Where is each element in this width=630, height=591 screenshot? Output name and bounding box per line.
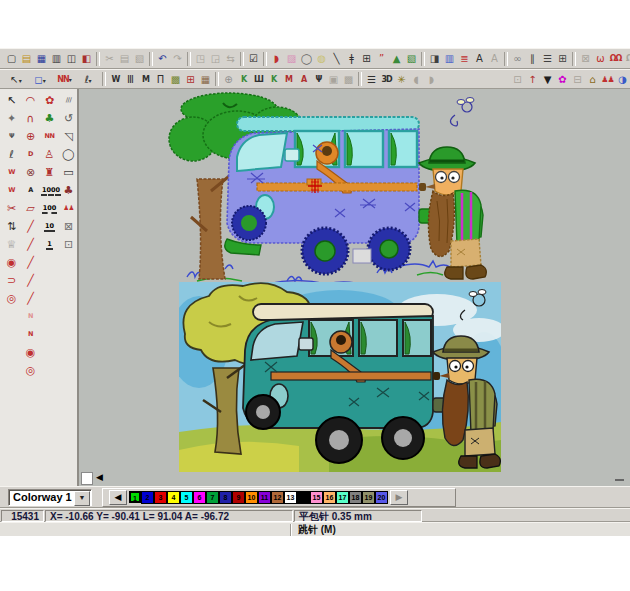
print-preview-button[interactable]: ◫ [64,51,79,66]
color-swatch-10[interactable]: 10 [245,491,258,504]
grid-pen-tool-button[interactable]: ⊡ [59,235,78,253]
ellipse-tool-button[interactable]: ◯ [59,145,78,163]
bitmap-tool-button[interactable]: ◨ [427,51,442,66]
color-swatch-17[interactable]: 17 [336,491,349,504]
k-stitch-1-button[interactable]: K [236,72,251,87]
tatami-pattern-button[interactable]: ▩ [168,72,183,87]
manual-stitch-tool-button[interactable]: NN [40,127,59,145]
color-swatch-14[interactable]: 14 [297,491,310,504]
w-ok-tool-button[interactable]: W [2,181,21,199]
image-fill-tool-button[interactable]: ▧ [404,51,419,66]
swap-tool-button[interactable]: ⇅ [2,217,21,235]
column-grid-tool-button[interactable]: ▥ [442,51,457,66]
color-swatch-8[interactable]: 8 [219,491,232,504]
people-red-button[interactable]: ♟♟ [600,72,615,87]
design-canvas[interactable]: ◀ [79,89,630,486]
scale-1-button[interactable]: 1 [40,235,59,253]
omega-plus-button[interactable]: Ω⁺ [623,51,630,66]
dome-nodes-tool-button[interactable]: ∩ [21,109,40,127]
lips-tool-button[interactable]: ◉ [2,253,21,271]
stitch-line-3-button[interactable]: ╱ [21,253,40,271]
circle-hatch-button[interactable]: ⊕ [221,72,236,87]
redo-button[interactable]: ↷ [170,51,185,66]
a-red-stitch-button[interactable]: A [296,72,311,87]
n-bold-tool-button[interactable]: N [21,325,40,343]
red-grid-stitch-button[interactable]: ⊞ [183,72,198,87]
zigzag-w-stitch-button[interactable]: W [108,72,123,87]
k-stitch-2-button[interactable]: K [266,72,281,87]
palette-next-button[interactable]: ▶ [390,490,408,505]
circle-node-tool-button[interactable]: ⊕ [21,127,40,145]
tree-tool-button[interactable]: ♣ [40,109,59,127]
new-button[interactable]: ▢ [4,51,19,66]
e-stitch-button[interactable]: Π [153,72,168,87]
satin-tool-button[interactable]: ◗ [269,51,284,66]
colorway-flower-tool-button[interactable]: ✿ [40,91,59,109]
flower-magenta-button[interactable]: ✿ [555,72,570,87]
m-red-stitch-button[interactable]: M [281,72,296,87]
pointer-tool-button[interactable]: ↖ [2,91,21,109]
gray-pattern-stitch-button[interactable]: ▩ [341,72,356,87]
w-red-tool-button[interactable]: W [2,163,21,181]
figures-red-tool-button[interactable]: ♟♟ [59,199,78,217]
color-swatch-12[interactable]: 12 [271,491,284,504]
print-button[interactable]: ▥ [49,51,64,66]
ring-bold-tool-button[interactable]: ◎ [2,289,21,307]
color-swatch-5[interactable]: 5 [180,491,193,504]
color-swatch-4[interactable]: 4 [167,491,180,504]
scan-import-button[interactable]: ◧ [79,51,94,66]
paste-button[interactable]: ▧ [132,51,147,66]
scale-100-button[interactable]: 100 [40,199,59,217]
rings-pair-tool-button[interactable]: ◉ [21,343,40,361]
line-tool-button[interactable]: ╲ [329,51,344,66]
presser-foot-tool-button[interactable]: ♜ [40,163,59,181]
slant-lines-tool-button[interactable]: /// [59,91,78,109]
contrast-blue-button[interactable]: ◑ [615,72,630,87]
color-swatch-2[interactable]: 2 [141,491,154,504]
crown-tool-button[interactable]: ♕ [2,235,21,253]
stitch-line-4-button[interactable]: ╱ [21,271,40,289]
density-tool-button[interactable]: D [21,145,40,163]
weave-stitch-button[interactable]: ▦ [198,72,213,87]
stitch-line-2-button[interactable]: ╱ [21,235,40,253]
reshape-nodes-tool-button[interactable]: ◠ [21,91,40,109]
zigzag-m-stitch-button[interactable]: M [138,72,153,87]
grid-tool-button[interactable]: ⊞ [359,51,374,66]
node-select-button[interactable]: ◻▾ [28,72,52,87]
letter-gray-tool-button[interactable]: A [487,51,502,66]
refresh-link-button[interactable]: ⇆ [223,51,238,66]
transform-b-button[interactable]: ◲ [208,51,223,66]
sha-stitch-button[interactable]: Ш [251,72,266,87]
chain-rings-button[interactable]: ∞ [510,51,525,66]
embroidery-design[interactable] [167,91,489,287]
undo-button[interactable]: ↶ [155,51,170,66]
nn-select-button[interactable]: NN▾ [52,72,76,87]
color-swatch-3[interactable]: 3 [154,491,167,504]
hoop-tool-button[interactable]: ▱ [21,199,40,217]
machine-red-button[interactable]: ω [593,51,608,66]
ring-target-tool-button[interactable]: ◎ [21,361,40,379]
n-outline-tool-button[interactable]: N [21,307,40,325]
sprinkle-tool-button[interactable]: ✳ [394,72,409,87]
hscroll-left-arrow[interactable]: ◀ [96,472,103,482]
open-button[interactable]: ▤ [19,51,34,66]
color-swatch-18[interactable]: 18 [349,491,362,504]
stitch-line-5-button[interactable]: ╱ [21,289,40,307]
artwork-image[interactable] [179,282,501,472]
transform-a-button[interactable]: ◳ [193,51,208,66]
gray-box-stitch-button[interactable]: ▣ [326,72,341,87]
pen-input-button[interactable]: ℓ▾ [76,72,100,87]
dense-bars-button[interactable]: ☰ [540,51,555,66]
gray-pattern-button[interactable]: ⊠ [578,51,593,66]
graph-tool-button[interactable]: ▲ [389,51,404,66]
pointer-select-button[interactable]: ↖▾ [4,72,28,87]
flip-tool-button[interactable]: ◹ [59,127,78,145]
vertical-line-stitch-button[interactable]: Ⅲ [123,72,138,87]
copy-button[interactable]: ▤ [117,51,132,66]
lettering-tool-button[interactable]: A [21,181,40,199]
needle-up-red-button[interactable]: ↑ [525,72,540,87]
pair-red-button[interactable]: ΩΩ [608,51,623,66]
scale-1000-button[interactable]: 1000 [40,181,59,199]
outline-ellipse-tool-button[interactable]: ◯ [299,51,314,66]
oval-gray-2-button[interactable]: ◗ [424,72,439,87]
